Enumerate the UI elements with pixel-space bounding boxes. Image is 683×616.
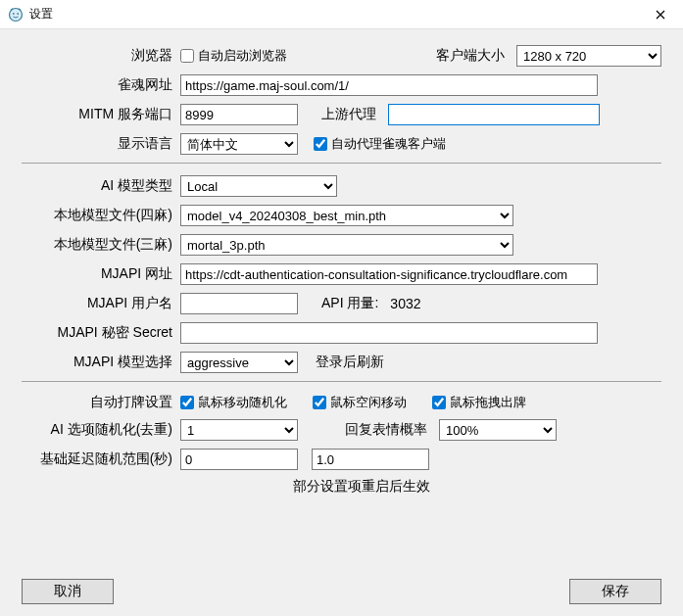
label-client-size: 客户端大小 xyxy=(432,47,511,65)
mouse-drag-input[interactable] xyxy=(432,396,446,409)
label-mjapi-model: MJAPI 模型选择 xyxy=(22,354,180,371)
label-api-usage: API 用量: xyxy=(317,295,384,312)
cancel-button[interactable]: 取消 xyxy=(22,579,114,604)
local-model-4p-select[interactable]: model_v4_20240308_best_min.pth xyxy=(180,205,513,226)
label-majsoul-url: 雀魂网址 xyxy=(22,76,180,94)
api-usage-value: 3032 xyxy=(390,296,420,311)
svg-point-1 xyxy=(13,13,15,15)
mouse-random-checkbox[interactable]: 鼠标移动随机化 xyxy=(180,394,287,411)
window-title: 设置 xyxy=(29,6,53,23)
label-ai-model-type: AI 模型类型 xyxy=(22,177,180,195)
label-display-lang: 显示语言 xyxy=(22,135,180,153)
footer: 取消 保存 xyxy=(0,579,683,604)
auto-proxy-client-checkbox[interactable]: 自动代理雀魂客户端 xyxy=(314,135,446,153)
settings-form: 浏览器 自动启动浏览器 客户端大小 1280 x 720 雀魂网址 MITM 服… xyxy=(0,29,683,503)
mouse-random-input[interactable] xyxy=(180,396,194,409)
auto-proxy-client-input[interactable] xyxy=(314,137,327,151)
label-browser: 浏览器 xyxy=(22,47,180,65)
app-icon xyxy=(8,7,24,23)
mjapi-url-input[interactable] xyxy=(180,263,598,285)
label-mitm-port: MITM 服务端口 xyxy=(22,106,180,123)
mjapi-secret-input[interactable] xyxy=(180,322,598,344)
upstream-proxy-input[interactable] xyxy=(388,104,600,125)
mouse-drag-checkbox[interactable]: 鼠标拖拽出牌 xyxy=(432,394,526,411)
label-mjapi-user: MJAPI 用户名 xyxy=(22,295,180,312)
ai-model-type-select[interactable]: Local xyxy=(180,175,337,197)
local-model-3p-select[interactable]: mortal_3p.pth xyxy=(180,234,513,256)
mjapi-user-input[interactable] xyxy=(180,293,298,314)
label-upstream-proxy: 上游代理 xyxy=(317,106,382,123)
label-delay-range: 基础延迟随机范围(秒) xyxy=(22,450,180,468)
client-size-select[interactable]: 1280 x 720 xyxy=(516,45,661,67)
divider-2 xyxy=(22,381,661,382)
restart-note: 部分设置项重启后生效 xyxy=(22,478,661,496)
mitm-port-input[interactable] xyxy=(180,104,298,125)
reply-emoji-select[interactable]: 100% xyxy=(439,419,557,441)
svg-point-2 xyxy=(17,13,19,15)
close-button[interactable] xyxy=(646,0,675,29)
titlebar: 设置 xyxy=(0,0,683,29)
refresh-after-login-text: 登录后刷新 xyxy=(312,354,390,371)
delay-min-input[interactable] xyxy=(180,449,298,470)
delay-max-input[interactable] xyxy=(312,449,429,470)
mouse-idle-input[interactable] xyxy=(313,396,326,409)
label-local-model-3p: 本地模型文件(三麻) xyxy=(22,236,180,254)
majsoul-url-input[interactable] xyxy=(180,74,598,96)
mjapi-model-select[interactable]: aggressive xyxy=(180,352,298,373)
label-reply-emoji: 回复表情概率 xyxy=(341,421,433,439)
label-mjapi-secret: MJAPI 秘密 Secret xyxy=(22,324,180,342)
label-local-model-4p: 本地模型文件(四麻) xyxy=(22,207,180,224)
display-lang-select[interactable]: 简体中文 xyxy=(180,133,298,155)
label-auto-play: 自动打牌设置 xyxy=(22,394,180,411)
label-ai-randomize: AI 选项随机化(去重) xyxy=(22,421,180,439)
auto-launch-browser-input[interactable] xyxy=(180,49,194,63)
save-button[interactable]: 保存 xyxy=(569,579,661,604)
divider xyxy=(22,163,661,164)
ai-randomize-select[interactable]: 1 xyxy=(180,419,298,441)
auto-launch-browser-checkbox[interactable]: 自动启动浏览器 xyxy=(180,47,287,65)
mouse-idle-checkbox[interactable]: 鼠标空闲移动 xyxy=(313,394,407,411)
label-mjapi-url: MJAPI 网址 xyxy=(22,265,180,283)
